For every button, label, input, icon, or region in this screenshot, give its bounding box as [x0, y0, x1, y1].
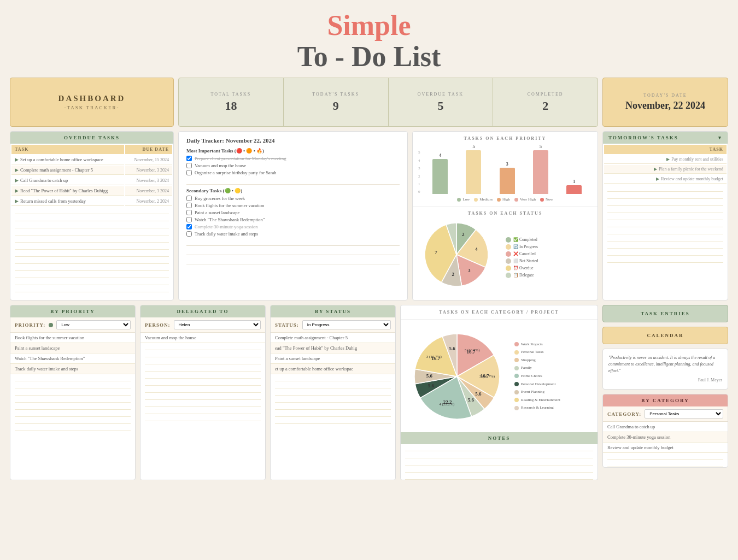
dashboard-title: DASHBOARD [58, 94, 126, 103]
overdue-task-col: TASK [11, 145, 124, 154]
date-value: November, 22 2024 [625, 100, 705, 111]
filter-task-item: Complete math assignment - Chapter 5 [271, 333, 395, 343]
tracker-secondary-label: Secondary Tasks (🟢 • 🟡) [186, 188, 400, 193]
stat-today: TODAY'S TASKS 9 [284, 78, 389, 126]
task-entries-button[interactable]: TASK ENTRIES [602, 305, 728, 322]
filter-task-item: Book flights for the summer vacation [10, 333, 135, 343]
task-checkbox[interactable] [186, 224, 192, 229]
legend-dot [497, 198, 501, 202]
top-row: DASHBOARD -TASK TRACKER- TOTAL TASKS 18 … [10, 78, 728, 127]
pie-label: 5.6 [426, 374, 433, 379]
legend-dot [540, 198, 544, 202]
pie-label: 7 [435, 250, 437, 255]
priority-chart-header: TASKS ON EACH PRIORITY [418, 136, 592, 141]
overdue-task-row: ▶Return missed calls from yesterdayNovem… [11, 197, 172, 206]
task-checkbox[interactable] [186, 210, 192, 215]
filter-task-item: ead "The Power of Habit" by Charles Duhi… [271, 343, 395, 353]
category-legend-item: Event Planning [514, 388, 560, 396]
delegated-tasks-list: Vacuum and mop the house [140, 333, 265, 343]
legend-item: Very High [514, 197, 536, 202]
category-pie-svg: 16.716.75.65.622.25.65.616.75.63 (16.7%)… [405, 327, 514, 426]
person-select[interactable]: Helen [174, 320, 261, 329]
bar-group: 3 [491, 162, 523, 194]
stat-today-value: 9 [333, 99, 339, 113]
stat-total-value: 18 [225, 99, 237, 113]
tomorrow-task-col: TASK [604, 145, 727, 154]
by-priority-header: BY PRIORITY [10, 305, 135, 317]
status-legend-item: ⏰ Overdue [506, 266, 538, 271]
category-legend-item: Shopping [514, 357, 560, 364]
right-bottom: TASK ENTRIES CALENDAR "Productivity is n… [602, 305, 728, 480]
filter-task-item: Paint a sunset landscape [10, 343, 135, 353]
overdue-task-row: ▶Complete math assignment - Chapter 5Nov… [11, 166, 172, 175]
legend-item: Medium [474, 197, 493, 202]
status-chart: TASKS ON EACH STATUS 24327 ✅ Completed🔄 … [413, 207, 598, 300]
bar-chart-axis: 543210 [418, 150, 423, 194]
bar [432, 159, 448, 194]
stat-overdue-value: 5 [437, 99, 443, 113]
quote-author: Paul J. Meyer [608, 377, 722, 384]
legend-dot [514, 198, 518, 202]
stat-completed-label: COMPLETED [528, 92, 564, 97]
tracker-item: Book flights for the summer vacation [186, 203, 400, 208]
bottom-row: BY PRIORITY PRIORITY: LowMediumHighVery … [10, 305, 728, 480]
status-filter-row: STATUS: In ProgressCompletedCancelledNot… [271, 317, 395, 333]
bar-group: 1 [559, 179, 590, 194]
priority-chart: TASKS ON EACH PRIORITY 543210 4 5 3 5 1 … [413, 132, 598, 207]
bar-group: 4 [425, 153, 456, 194]
category-chart-body: 16.716.75.65.622.25.65.616.75.63 (16.7%)… [401, 323, 598, 430]
category-legend-item: Work Projects [514, 341, 560, 348]
legend-item: Now [540, 197, 553, 202]
filter-task-item: et up a comfortable home office workspac [271, 364, 395, 374]
task-checkbox[interactable] [186, 170, 192, 175]
task-checkbox[interactable] [186, 217, 192, 222]
status-legend-item: 📋 Delegate [506, 273, 538, 278]
by-priority-card: BY PRIORITY PRIORITY: LowMediumHighVery … [10, 305, 136, 480]
pie-label: 5.6 [475, 391, 482, 397]
category-tasks-list: Call Grandma to catch upComplete 30-minu… [603, 422, 728, 453]
stat-total: TOTAL TASKS 18 [179, 78, 284, 126]
task-checkbox[interactable] [186, 231, 192, 237]
bar-chart-bars: 4 5 3 5 1 [423, 144, 593, 194]
status-select[interactable]: In ProgressCompletedCancelledNot Started… [302, 320, 391, 329]
tracker-item: Track daily water intake and steps [186, 231, 400, 237]
notes-lines [401, 444, 598, 480]
filter-task-item: Watch "The Shawshank Redemption" [10, 353, 135, 364]
category-select[interactable]: Personal TasksWork Projects [645, 409, 723, 418]
delegated-filter-row: PERSON: Helen [140, 317, 265, 333]
pie-label: 3 [468, 268, 471, 273]
category-chart-card: TASKS ON EACH CATEGORY / PROJECT 16.716.… [400, 305, 598, 480]
overdue-table: TASK DUE DATE ▶Set up a comfortable home… [10, 144, 173, 207]
legend-dot [457, 198, 461, 202]
tracker-item [186, 177, 400, 185]
main-container: DASHBOARD -TASK TRACKER- TOTAL TASKS 18 … [0, 78, 738, 490]
delegated-empty [140, 343, 265, 421]
task-checkbox[interactable] [186, 196, 192, 201]
tracker-card: Daily Tracker: November 22, 2024 Most Im… [178, 131, 408, 300]
stat-total-label: TOTAL TASKS [211, 92, 251, 97]
task-checkbox[interactable] [186, 203, 192, 208]
bar-group: 5 [458, 144, 489, 194]
category-legend-item: Family [514, 364, 560, 372]
stat-today-label: TODAY'S TASKS [312, 92, 359, 97]
task-checkbox[interactable] [186, 163, 192, 168]
page-header: Simple To - Do List [0, 0, 738, 78]
legend-item: Low [457, 197, 470, 202]
priority-filter-row: PRIORITY: LowMediumHighVery HighNow [10, 317, 135, 333]
stat-completed: COMPLETED 2 [493, 78, 598, 126]
status-empty [271, 374, 395, 424]
priority-select[interactable]: LowMediumHighVery HighNow [56, 320, 131, 329]
status-legend-item: ❌ Cancelled [506, 251, 538, 257]
tomorrow-task-row: ▶Pay monthly rent and utilities [604, 155, 727, 164]
category-label: 3 (16.7%) [426, 355, 442, 359]
priority-empty [10, 374, 135, 431]
category-empty [603, 453, 728, 467]
tracker-title: Daily Tracker: November 22, 2024 [186, 137, 400, 144]
category-legend: Work ProjectsPersonal TasksShoppingFamil… [514, 341, 560, 412]
category-legend-item: Personal Development [514, 381, 560, 388]
calendar-button[interactable]: CALENDAR [602, 327, 728, 344]
quote-text: "Productivity is never an accident. It i… [608, 355, 722, 374]
tracker-item: Paint a sunset landscape [186, 210, 400, 215]
task-checkbox[interactable] [186, 156, 192, 161]
category-legend-item: Reading & Entertainment [514, 397, 560, 404]
